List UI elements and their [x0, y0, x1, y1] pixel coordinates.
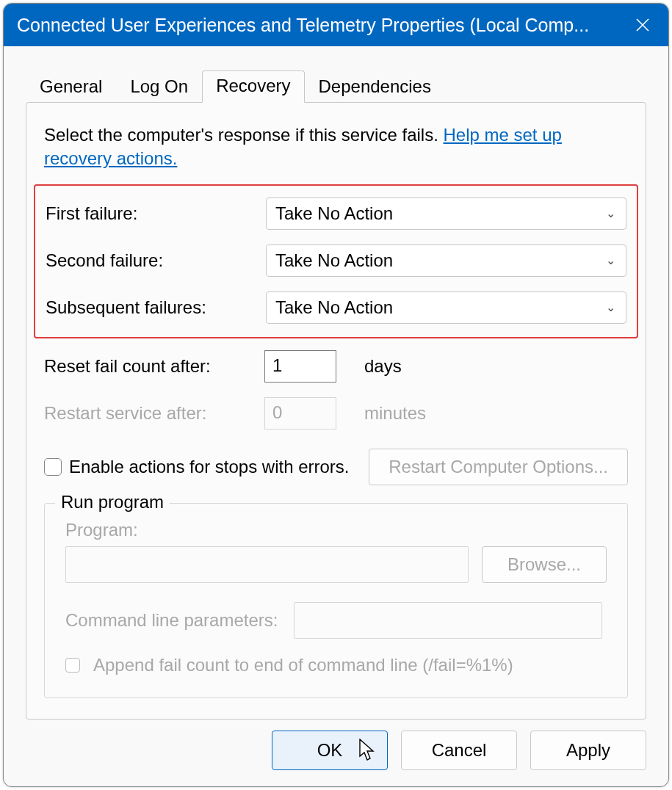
intro-prefix: Select the computer's response if this s… [44, 125, 443, 145]
run-program-group: Run program Program: Browse... Command l… [44, 503, 628, 698]
restart-computer-options-button: Restart Computer Options... [369, 449, 628, 485]
enable-actions-row: Enable actions for stops with errors. Re… [44, 449, 628, 485]
reset-fail-count-input[interactable]: 1 [264, 350, 336, 383]
subsequent-failures-combo[interactable]: Take No Action ⌄ [266, 291, 626, 324]
tab-row: General Log On Recovery Dependencies [26, 67, 668, 102]
reset-fail-count-value: 1 [272, 351, 282, 376]
program-input [65, 546, 469, 583]
chevron-down-icon: ⌄ [606, 206, 615, 220]
first-failure-value: Take No Action [275, 203, 617, 224]
enable-actions-checkbox[interactable] [44, 458, 62, 476]
dialog-buttons: OK Cancel Apply [272, 731, 646, 770]
tab-general[interactable]: General [26, 71, 116, 103]
run-program-legend: Run program [55, 492, 170, 512]
close-button[interactable] [617, 4, 668, 46]
close-icon [635, 18, 650, 32]
ok-button[interactable]: OK [272, 731, 388, 770]
append-fail-count-checkbox [65, 658, 80, 673]
enable-actions-label: Enable actions for stops with errors. [69, 457, 350, 477]
failure-highlight-box: First failure: Take No Action ⌄ Second f… [34, 184, 638, 338]
tab-recovery[interactable]: Recovery [202, 70, 304, 103]
restart-service-value: 0 [272, 398, 282, 423]
restart-service-input: 0 [264, 397, 336, 430]
reset-fail-count-unit: days [364, 356, 402, 377]
cancel-button[interactable]: Cancel [401, 731, 517, 770]
window-title: Connected User Experiences and Telemetry… [17, 15, 617, 36]
cmd-params-label: Command line parameters: [65, 610, 278, 631]
subsequent-failures-value: Take No Action [275, 297, 617, 318]
cmd-params-input [294, 602, 602, 639]
append-fail-count-label: Append fail count to end of command line… [93, 655, 513, 675]
apply-button[interactable]: Apply [530, 731, 646, 770]
second-failure-value: Take No Action [275, 250, 617, 271]
reset-fail-count-label: Reset fail count after: [44, 356, 264, 377]
second-failure-combo[interactable]: Take No Action ⌄ [266, 244, 626, 277]
restart-service-unit: minutes [364, 403, 426, 424]
subsequent-failures-label: Subsequent failures: [46, 297, 266, 318]
dialog-window: Connected User Experiences and Telemetry… [3, 3, 669, 787]
tab-logon[interactable]: Log On [116, 71, 202, 103]
browse-button: Browse... [482, 546, 607, 583]
chevron-down-icon: ⌄ [606, 300, 615, 314]
tab-dependencies[interactable]: Dependencies [305, 71, 445, 103]
titlebar: Connected User Experiences and Telemetry… [4, 4, 668, 46]
chevron-down-icon: ⌄ [606, 253, 615, 267]
restart-service-label: Restart service after: [44, 403, 264, 424]
first-failure-combo[interactable]: Take No Action ⌄ [266, 198, 626, 230]
recovery-panel: Select the computer's response if this s… [26, 102, 646, 720]
first-failure-label: First failure: [46, 203, 266, 224]
second-failure-label: Second failure: [46, 250, 266, 271]
intro-text: Select the computer's response if this s… [44, 123, 628, 171]
program-label: Program: [65, 520, 607, 540]
